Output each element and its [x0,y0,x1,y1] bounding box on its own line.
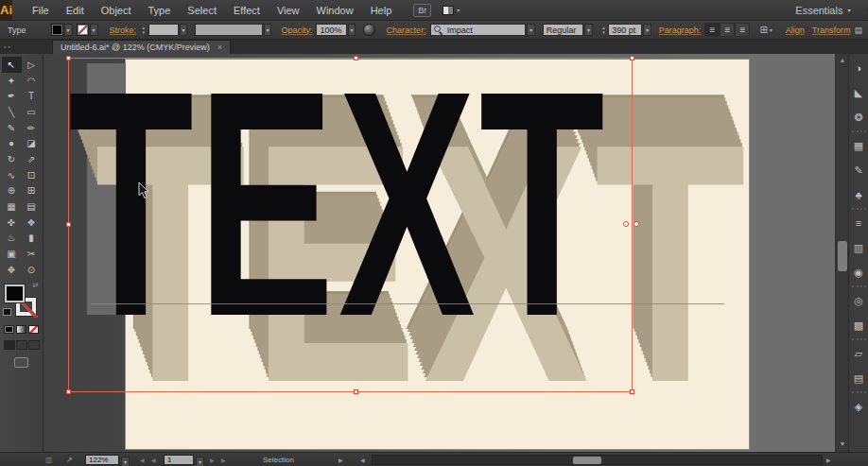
default-fill-stroke-icon[interactable] [3,308,11,316]
align-left-button[interactable]: ≡ [704,23,720,37]
selection-handle-ne[interactable] [630,56,634,60]
font-style-field[interactable]: Regular [543,24,584,36]
font-size-field[interactable]: 390 pt [608,24,642,36]
transparency-panel-icon[interactable]: ◉ [850,260,868,285]
rectangle-tool[interactable]: ▭ [22,104,42,120]
appearance-panel-icon[interactable]: ◎ [850,288,868,313]
tab-close-icon[interactable]: × [217,43,222,52]
scale-tool[interactable]: ⇗ [22,151,42,167]
color-button[interactable] [4,325,14,334]
symbols-panel-icon[interactable]: ♣ [850,182,868,207]
eraser-tool[interactable]: ◪ [22,135,42,151]
symbol-sprayer-tool[interactable]: ♨ [2,231,22,247]
selection-handle-sw[interactable] [66,389,71,394]
line-segment-tool[interactable]: ╲ [2,104,22,120]
gradient-button[interactable] [16,325,26,334]
blob-brush-tool[interactable]: ● [2,135,22,151]
selection-handle-s[interactable] [354,389,358,394]
swatches-panel-icon[interactable]: ▦ [850,133,868,158]
menu-type[interactable]: Type [140,0,180,21]
warp-options-icon[interactable]: ⊞ [759,25,767,35]
lasso-tool[interactable]: ◠ [22,73,42,89]
workspace-switcher-icon[interactable]: ▾ [443,6,460,15]
direct-selection-tool[interactable]: ▷ [22,57,42,73]
scroll-down-icon[interactable]: ▼ [836,439,849,449]
perspective-grid-tool[interactable]: ⊞ [22,183,42,199]
artboard-number-field[interactable]: 1 [164,455,194,465]
color-panel-icon[interactable]: ◑ [850,56,868,80]
rotate-tool[interactable]: ↻ [2,151,22,167]
status-menu-icon[interactable]: ▶ [339,453,343,466]
menu-file[interactable]: File [24,0,58,21]
artboards-panel-icon[interactable]: ▤ [850,366,868,390]
fill-proxy[interactable] [5,285,25,302]
horizontal-scroll-thumb[interactable] [573,457,601,464]
align-panel-link[interactable]: Align [786,26,805,35]
opacity-field[interactable]: 100% [316,24,346,36]
asset-export-panel-icon[interactable]: ◈ [850,394,868,419]
pen-tool[interactable]: ✒ [2,88,22,104]
stroke-panel-icon[interactable]: ≡ [850,211,868,235]
selection-handle-e[interactable] [623,221,629,227]
gradient-panel-icon[interactable]: ▥ [850,235,868,260]
layers-panel-icon[interactable]: ▱ [850,341,868,366]
selection-handle-n[interactable] [354,56,358,60]
paintbrush-tool[interactable]: ✎ [2,120,22,136]
hscroll-left-icon[interactable]: ◀ [360,453,365,466]
stroke-panel-link[interactable]: Stroke: [110,26,137,35]
horizontal-scrollbar[interactable] [372,455,823,465]
selection-tool[interactable]: ↖ [2,57,22,73]
canvas[interactable]: TEXT TEXT [43,54,835,452]
font-family-field[interactable]: Impact [430,24,526,36]
export-icon[interactable]: ↗ [66,453,73,466]
zoom-tool[interactable]: ⊙ [22,262,42,278]
mesh-tool[interactable]: ▦ [2,198,22,215]
zoom-dropdown-icon[interactable]: ▾ [121,457,130,466]
last-artboard-icon[interactable]: ▶ [221,453,226,466]
hscroll-right-icon[interactable]: ▶ [826,453,831,466]
menu-object[interactable]: Object [93,0,140,21]
swap-fill-stroke-icon[interactable]: ⇄ [33,282,39,289]
free-transform-tool[interactable]: ⊡ [22,167,42,183]
first-artboard-icon[interactable]: ◀ [140,453,145,466]
draw-normal-button[interactable] [4,340,15,350]
recolor-artwork-icon[interactable] [363,24,374,36]
color-themes-panel-icon[interactable]: ❂ [850,105,868,129]
selection-anchor-point[interactable] [634,221,639,227]
paragraph-panel-link[interactable]: Paragraph: [659,26,702,35]
control-panel-menu-icon[interactable]: ▤ [854,26,862,35]
brushes-panel-icon[interactable]: ✎ [850,158,868,182]
character-panel-link[interactable]: Character: [387,26,426,35]
stroke-color-control[interactable]: ▾ [77,24,98,36]
gradient-tool[interactable]: ▤ [22,198,42,215]
scroll-up-icon[interactable]: ▲ [836,55,849,65]
font-size-stepper[interactable]: ▴▾ [600,26,607,35]
graphic-styles-panel-icon[interactable]: ▩ [850,313,868,337]
menu-window[interactable]: Window [308,0,362,21]
type-tool[interactable]: T [22,88,42,104]
pencil-tool[interactable]: ✏ [22,120,42,136]
opacity-link[interactable]: Opacity: [281,26,312,35]
vertical-scroll-thumb[interactable] [838,241,847,271]
stroke-weight-field[interactable] [148,24,179,36]
workspace-select[interactable]: Essentials▾ [795,5,850,16]
bridge-button[interactable]: Br [413,4,431,17]
hand-tool[interactable]: ✥ [2,262,22,278]
menu-edit[interactable]: Edit [58,0,93,21]
document-tab[interactable]: Untitled-6.ai* @ 122% (CMYK/Preview) × [52,40,231,54]
menu-view[interactable]: View [269,0,308,21]
selection-handle-w[interactable] [66,222,71,227]
none-button[interactable] [28,325,39,334]
zoom-level-field[interactable]: 122% [85,455,119,465]
align-center-button[interactable]: ≡ [720,23,735,37]
artboard-dropdown-icon[interactable]: ▾ [196,457,204,466]
slice-tool[interactable]: ✂ [22,246,42,262]
artboard-tool[interactable]: ▣ [2,246,22,262]
menu-help[interactable]: Help [362,0,401,21]
draw-inside-button[interactable] [28,340,40,350]
selection-handle-se[interactable] [630,389,634,394]
blend-tool[interactable]: ❖ [22,215,42,231]
fill-color-control[interactable]: ▾ [51,24,73,36]
transform-panel-link[interactable]: Transform [812,26,851,35]
magic-wand-tool[interactable]: ✦ [2,73,22,89]
